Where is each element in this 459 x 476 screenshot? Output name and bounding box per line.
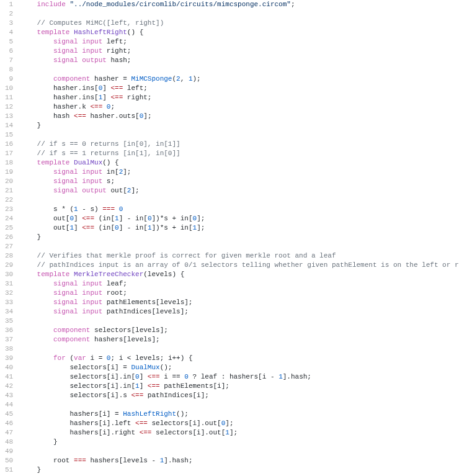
token-id: } <box>37 122 42 129</box>
code-line[interactable] <box>20 130 459 140</box>
code-line[interactable] <box>20 344 459 354</box>
token-num: 0 <box>115 224 119 231</box>
code-line[interactable]: // pathIndices input is an array of 0/1 … <box>20 261 459 270</box>
code-line[interactable]: template DualMux() { <box>20 158 459 168</box>
token-id: ]; <box>123 168 131 176</box>
code-line[interactable]: for (var i = 0; i < levels; i++) { <box>20 354 459 363</box>
code-line[interactable]: hash <== hasher.outs[0]; <box>20 112 459 121</box>
code-line[interactable]: template HashLeftRight() { <box>20 28 459 37</box>
token-id: - s) <box>78 205 103 213</box>
line-number: 25 <box>5 223 13 233</box>
code-line[interactable]: // Computes MiMC([left, right]) <box>20 19 459 28</box>
line-number: 22 <box>5 195 13 205</box>
token-cmt: // pathIndices input is an array of 0/1 … <box>37 261 459 269</box>
code-line[interactable]: signal input leaf; <box>20 279 459 289</box>
token-id: ])*s + in[ <box>152 215 193 222</box>
token-num: 1 <box>189 75 193 83</box>
code-line[interactable]: component hasher = MiMCSponge(2, 1); <box>20 74 459 84</box>
line-number: 42 <box>5 382 13 391</box>
line-number: 31 <box>5 279 13 289</box>
code-line[interactable]: hasher.k <== 0; <box>20 102 459 112</box>
token-id: hasher.ins[ <box>53 94 99 101</box>
token-id: ]; <box>197 224 205 231</box>
code-editor[interactable]: 1234567891011121314151617181920212223242… <box>0 0 459 475</box>
code-line[interactable]: hashers[i].left <== selectors[i].out[0]; <box>20 419 459 428</box>
token-id: hashers[i].right <box>69 429 139 436</box>
code-line[interactable] <box>20 65 459 74</box>
token-id: selectors[i].out[ <box>151 429 225 436</box>
code-line[interactable]: signal input pathIndices[levels]; <box>20 307 459 317</box>
code-line[interactable]: selectors[i].s <== pathIndices[i]; <box>20 391 459 400</box>
line-number: 37 <box>5 335 13 344</box>
token-id: ]; <box>197 215 205 222</box>
token-id: right; <box>102 47 131 55</box>
code-line[interactable]: // Verifies that merkle proof is correct… <box>20 251 459 261</box>
code-line[interactable]: signal input root; <box>20 289 459 298</box>
token-id: selectors[i].out[ <box>148 420 221 427</box>
token-id: hashers[i] = <box>69 410 123 418</box>
code-line[interactable]: // if s == 1 returns [in[1], in[0]] <box>20 149 459 158</box>
line-number: 30 <box>5 270 13 279</box>
code-line[interactable]: signal input left; <box>20 37 459 47</box>
code-line[interactable]: } <box>20 121 459 130</box>
code-line[interactable]: selectors[i].in[1] <== pathElements[i]; <box>20 382 459 391</box>
code-line[interactable]: hashers[i] = HashLeftRight(); <box>20 410 459 419</box>
token-id: ] <box>102 94 110 101</box>
token-str: "../node_modules/circomlib/circuits/mimc… <box>69 1 290 8</box>
line-number: 36 <box>5 326 13 335</box>
token-fn: HashLeftRight <box>74 29 127 36</box>
code-line[interactable]: signal input pathElements[levels]; <box>20 298 459 307</box>
code-line[interactable]: // if s == 0 returns [in[0], in[1]] <box>20 140 459 149</box>
code-line[interactable] <box>20 195 459 205</box>
code-line[interactable]: component hashers[levels]; <box>20 335 459 344</box>
line-number: 12 <box>5 102 13 112</box>
code-line[interactable]: signal output hash; <box>20 56 459 65</box>
code-line[interactable]: template MerkleTreeChecker(levels) { <box>20 270 459 279</box>
line-number: 33 <box>5 298 13 307</box>
code-line[interactable]: hashers[i].right <== selectors[i].out[1]… <box>20 428 459 438</box>
token-id: i == <box>160 373 185 380</box>
code-line[interactable]: } <box>20 233 459 242</box>
line-number: 4 <box>5 28 13 37</box>
code-line[interactable]: hasher.ins[0] <== left; <box>20 84 459 93</box>
token-kw: signal output <box>53 187 107 194</box>
line-number: 19 <box>5 168 13 177</box>
code-line[interactable] <box>20 242 459 251</box>
token-call: MiMCSponge <box>131 75 172 83</box>
code-line[interactable]: include "../node_modules/circomlib/circu… <box>20 0 459 9</box>
token-id: out[ <box>107 187 127 194</box>
code-line[interactable]: selectors[i].in[0] <== i == 0 ? leaf : h… <box>20 372 459 382</box>
code-line[interactable] <box>20 9 459 19</box>
code-line[interactable]: signal output out[2]; <box>20 186 459 195</box>
token-id: pathIndices[levels]; <box>102 308 189 315</box>
token-id: in[ <box>102 168 118 176</box>
token-kw: template <box>37 271 70 278</box>
code-line[interactable]: } <box>20 465 459 475</box>
code-line[interactable]: signal input right; <box>20 47 459 56</box>
code-line[interactable] <box>20 317 459 326</box>
code-content[interactable]: include "../node_modules/circomlib/circu… <box>20 0 459 475</box>
code-line[interactable]: } <box>20 438 459 447</box>
code-line[interactable]: root === hashers[levels - 1].hash; <box>20 456 459 465</box>
token-id: ]; <box>230 429 238 436</box>
token-id: selectors[i].in[ <box>69 373 135 380</box>
token-id: left; <box>102 38 127 45</box>
code-line[interactable]: component selectors[levels]; <box>20 326 459 335</box>
token-id: hashers[levels]; <box>90 336 159 343</box>
code-line[interactable]: signal input in[2]; <box>20 168 459 177</box>
code-line[interactable]: s * (1 - s) === 0 <box>20 205 459 214</box>
code-line[interactable]: out[1] <== (in[0] - in[1])*s + in[1]; <box>20 223 459 233</box>
code-line[interactable]: hasher.ins[1] <== right; <box>20 93 459 102</box>
line-number: 48 <box>5 438 13 447</box>
code-line[interactable]: signal input s; <box>20 177 459 186</box>
line-number: 49 <box>5 447 13 456</box>
token-num: 1 <box>148 224 152 231</box>
token-call: DualMux <box>131 364 159 371</box>
token-op: <== <box>90 103 102 110</box>
token-id: out[ <box>53 224 69 231</box>
code-line[interactable] <box>20 447 459 456</box>
code-line[interactable]: selectors[i] = DualMux(); <box>20 363 459 372</box>
code-line[interactable] <box>20 400 459 410</box>
token-cmt: // if s == 0 returns [in[0], in[1]] <box>37 140 180 148</box>
code-line[interactable]: out[0] <== (in[1] - in[0])*s + in[0]; <box>20 214 459 223</box>
